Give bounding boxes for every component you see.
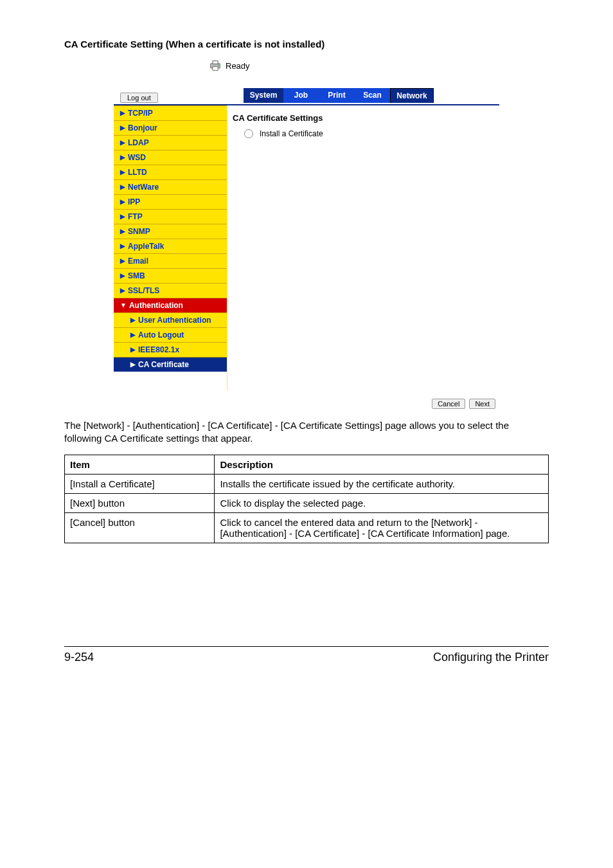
sidebar-item-smb[interactable]: ▶SMB [114, 268, 227, 283]
printer-icon [209, 60, 222, 71]
sidebar-item-snmp[interactable]: ▶SNMP [114, 224, 227, 239]
sidebar-item-ssltls[interactable]: ▶SSL/TLS [114, 283, 227, 298]
triangle-right-icon: ▶ [130, 361, 136, 368]
sidebar-item-label: SSL/TLS [128, 286, 159, 295]
footer-title: Configuring the Printer [433, 651, 549, 664]
triangle-right-icon: ▶ [120, 258, 125, 264]
sidebar-item-label: Authentication [129, 301, 183, 310]
sidebar-item-user-authentication[interactable]: ▶User Authentication [114, 312, 227, 327]
sidebar: ▶TCP/IP ▶Bonjour ▶LDAP ▶WSD ▶LLTD ▶NetWa… [114, 105, 227, 396]
tab-system[interactable]: System [244, 88, 283, 103]
svg-rect-2 [213, 67, 218, 71]
tab-scan[interactable]: Scan [355, 88, 390, 103]
sidebar-item-ca-certificate[interactable]: ▶CA Certificate [114, 357, 227, 372]
page-number: 9-254 [64, 651, 94, 664]
tab-print[interactable]: Print [319, 88, 355, 103]
triangle-right-icon: ▶ [120, 273, 125, 279]
table-cell-item: [Install a Certificate] [65, 474, 215, 493]
sidebar-item-email[interactable]: ▶Email [114, 253, 227, 268]
triangle-right-icon: ▶ [120, 140, 125, 146]
triangle-right-icon: ▶ [130, 347, 136, 353]
triangle-right-icon: ▶ [120, 184, 125, 190]
sidebar-item-label: SNMP [128, 227, 150, 236]
sidebar-item-label: Bonjour [128, 123, 157, 132]
triangle-right-icon: ▶ [120, 125, 125, 131]
triangle-right-icon: ▶ [130, 317, 136, 323]
sidebar-item-wsd[interactable]: ▶WSD [114, 150, 227, 165]
logout-button[interactable]: Log out [120, 93, 158, 103]
triangle-right-icon: ▶ [120, 199, 125, 205]
sidebar-item-ieee8021x[interactable]: ▶IEEE802.1x [114, 342, 227, 357]
page-footer: 9-254 Configuring the Printer [64, 646, 549, 664]
triangle-right-icon: ▶ [130, 332, 136, 338]
triangle-right-icon: ▶ [120, 287, 125, 294]
sidebar-item-label: IEEE802.1x [138, 345, 179, 354]
triangle-right-icon: ▶ [120, 154, 125, 161]
triangle-right-icon: ▶ [120, 110, 125, 116]
table-cell-desc: Installs the certificate issued by the c… [215, 474, 549, 493]
triangle-down-icon: ▼ [120, 302, 127, 309]
tab-network[interactable]: Network [390, 88, 434, 103]
table-cell-item: [Next] button [65, 493, 215, 512]
main-panel: CA Certificate Settings Install a Certif… [227, 105, 499, 396]
sidebar-item-label: NetWare [128, 183, 159, 192]
install-certificate-option[interactable]: Install a Certificate [233, 129, 489, 138]
sidebar-item-label: WSD [128, 153, 146, 162]
table-row: [Next] button Click to display the selec… [65, 493, 549, 512]
sidebar-item-label: LDAP [128, 138, 149, 147]
screenshot-panel: Ready Log out System Job Print Scan Netw… [114, 57, 499, 409]
sidebar-item-ftp[interactable]: ▶FTP [114, 209, 227, 224]
sidebar-item-ldap[interactable]: ▶LDAP [114, 135, 227, 150]
sidebar-item-auto-logout[interactable]: ▶Auto Logout [114, 327, 227, 342]
sidebar-item-tcpip[interactable]: ▶TCP/IP [114, 105, 227, 120]
table-row: [Install a Certificate] Installs the cer… [65, 474, 549, 493]
table-header-item: Item [65, 455, 215, 474]
sidebar-item-label: User Authentication [138, 316, 211, 325]
status-text: Ready [226, 61, 250, 71]
sidebar-item-label: SMB [128, 271, 145, 280]
triangle-right-icon: ▶ [120, 243, 125, 249]
table-cell-desc: Click to display the selected page. [215, 493, 549, 512]
sidebar-header-authentication[interactable]: ▼Authentication [114, 298, 227, 312]
svg-point-3 [218, 64, 219, 66]
sidebar-item-label: CA Certificate [138, 360, 189, 369]
next-button[interactable]: Next [469, 399, 495, 409]
table-cell-desc: Click to cancel the entered data and ret… [215, 512, 549, 543]
radio-icon [244, 129, 253, 138]
sidebar-item-label: Auto Logout [138, 330, 184, 339]
triangle-right-icon: ▶ [120, 213, 125, 220]
tab-job[interactable]: Job [283, 88, 319, 103]
sidebar-item-bonjour[interactable]: ▶Bonjour [114, 120, 227, 135]
install-certificate-label: Install a Certificate [260, 129, 323, 138]
triangle-right-icon: ▶ [120, 169, 125, 176]
sidebar-item-netware[interactable]: ▶NetWare [114, 179, 227, 194]
triangle-right-icon: ▶ [120, 228, 125, 235]
sidebar-item-label: IPP [128, 197, 140, 206]
status-row: Ready [114, 57, 499, 88]
svg-rect-1 [213, 61, 218, 64]
table-header-description: Description [215, 455, 549, 474]
description-table: Item Description [Install a Certificate]… [64, 455, 549, 543]
sidebar-item-appletalk[interactable]: ▶AppleTalk [114, 239, 227, 253]
sidebar-item-ipp[interactable]: ▶IPP [114, 194, 227, 209]
main-title: CA Certificate Settings [233, 113, 489, 123]
table-cell-item: [Cancel] button [65, 512, 215, 543]
sidebar-item-lltd[interactable]: ▶LLTD [114, 165, 227, 179]
tab-bar: System Job Print Scan Network [244, 88, 434, 103]
cancel-button[interactable]: Cancel [432, 399, 465, 409]
sidebar-item-label: TCP/IP [128, 109, 153, 118]
sidebar-item-label: AppleTalk [128, 242, 164, 251]
sidebar-item-label: LLTD [128, 168, 147, 177]
sidebar-item-label: Email [128, 257, 148, 266]
section-title: CA Certificate Setting (When a certifica… [64, 39, 549, 50]
sidebar-item-label: FTP [128, 212, 143, 221]
table-row: [Cancel] button Click to cancel the ente… [65, 512, 549, 543]
description-paragraph: The [Network] - [Authentication] - [CA C… [64, 419, 549, 446]
